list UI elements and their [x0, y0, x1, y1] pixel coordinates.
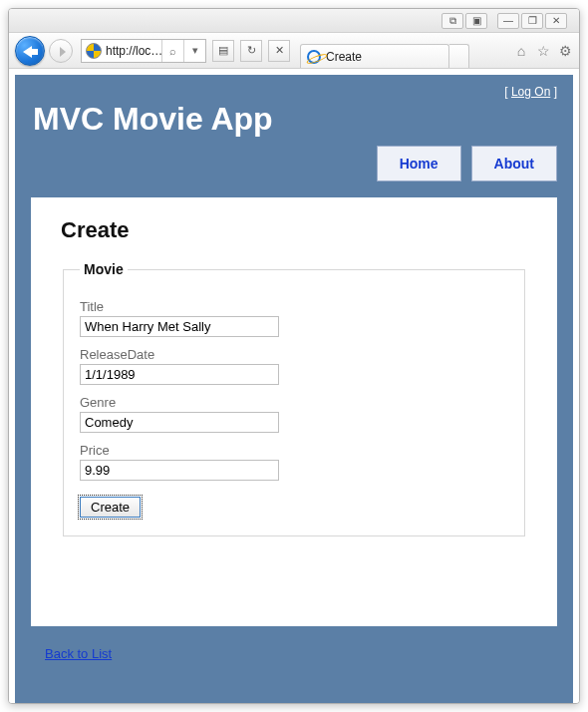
logon-link[interactable]: Log On	[511, 85, 550, 99]
browser-toolbar: http://loc… ⌕ ▾ ▤ ↻ ✕ Create ⌂ ☆ ⚙	[9, 33, 579, 69]
menu-about[interactable]: About	[471, 146, 557, 181]
tab-overview-button[interactable]: ⧉	[441, 13, 463, 29]
restore-button[interactable]: ❐	[521, 13, 543, 29]
tools-icon[interactable]: ⚙	[557, 43, 573, 59]
toolbar-icons: ⌂ ☆ ⚙	[513, 43, 573, 59]
address-bar[interactable]: http://loc… ⌕ ▾	[81, 39, 206, 63]
refresh-button[interactable]: ↻	[240, 40, 262, 62]
client-area: [ Log On ] MVC Movie App Home About Crea…	[9, 69, 579, 703]
tab-create[interactable]: Create	[300, 44, 449, 68]
label-price: Price	[80, 443, 508, 458]
search-dropdown[interactable]: ⌕	[161, 40, 183, 62]
home-icon[interactable]: ⌂	[513, 43, 529, 59]
tab-strip: Create	[300, 33, 505, 68]
titlebar: ⧉ ▣ — ❐ ✕	[9, 9, 579, 33]
new-tab-button[interactable]	[449, 44, 469, 68]
input-title[interactable]	[80, 316, 279, 337]
create-button[interactable]: Create	[80, 497, 141, 518]
label-title: Title	[80, 299, 508, 314]
input-genre[interactable]	[80, 412, 279, 433]
page-body: [ Log On ] MVC Movie App Home About Crea…	[15, 75, 573, 703]
main-menu: Home About	[15, 146, 573, 197]
movie-fieldset: Movie Title ReleaseDate Genre Price Crea…	[63, 261, 525, 536]
label-genre: Genre	[80, 395, 508, 410]
fieldset-legend: Movie	[80, 261, 128, 277]
favorites-icon[interactable]: ☆	[535, 43, 551, 59]
input-release-date[interactable]	[80, 364, 279, 385]
browser-window: ⧉ ▣ — ❐ ✕ http://loc… ⌕ ▾ ▤ ↻ ✕ Create	[8, 8, 580, 704]
back-to-list-link[interactable]: Back to List	[45, 646, 112, 661]
bracket-open: [	[504, 85, 507, 99]
stop-button[interactable]: ✕	[268, 40, 290, 62]
minimize-button[interactable]: —	[497, 13, 519, 29]
ie-site-icon	[86, 43, 102, 59]
tab-title: Create	[326, 50, 362, 64]
close-window-button[interactable]: ✕	[545, 13, 567, 29]
pin-button[interactable]: ▣	[465, 13, 487, 29]
address-dropdown[interactable]: ▾	[183, 40, 205, 62]
content-card: Create Movie Title ReleaseDate Genre Pri…	[31, 197, 557, 626]
ie-icon	[307, 50, 321, 64]
logon-row: [ Log On ]	[15, 75, 573, 99]
menu-home[interactable]: Home	[377, 146, 461, 181]
input-price[interactable]	[80, 460, 279, 481]
page-heading: Create	[61, 217, 527, 243]
label-release-date: ReleaseDate	[80, 347, 508, 362]
address-text[interactable]: http://loc…	[106, 44, 161, 58]
bracket-close: ]	[554, 85, 557, 99]
back-button[interactable]	[15, 36, 45, 66]
forward-button[interactable]	[49, 39, 73, 63]
compat-view-button[interactable]: ▤	[212, 40, 234, 62]
app-title: MVC Movie App	[15, 99, 573, 146]
